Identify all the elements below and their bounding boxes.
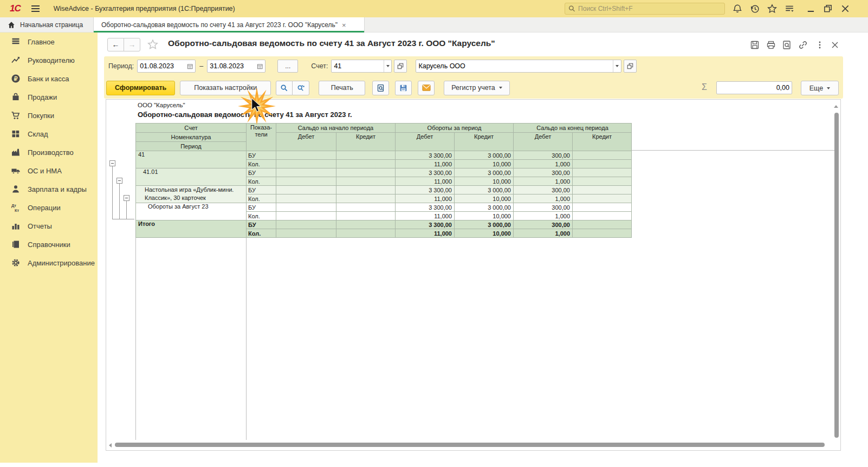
organization-open-button[interactable] [624, 60, 637, 73]
total-cell[interactable]: Итого [136, 220, 247, 238]
sidebar-item-otchety[interactable]: Отчеты [0, 217, 98, 235]
restore-icon[interactable] [823, 4, 833, 14]
account-input[interactable] [334, 62, 384, 70]
cell[interactable]: БУ [247, 220, 276, 229]
cell[interactable]: 11,000 [396, 229, 455, 238]
cell[interactable]: 1,000 [514, 177, 573, 186]
organization-input[interactable] [418, 62, 613, 70]
cell[interactable] [336, 177, 396, 186]
organization-dropdown[interactable] [613, 60, 621, 72]
cell[interactable] [573, 194, 632, 203]
cell[interactable]: Кол. [247, 229, 276, 238]
cell[interactable] [276, 203, 336, 212]
save-icon[interactable] [750, 40, 760, 50]
save-result-button[interactable] [395, 81, 412, 95]
register-button[interactable]: Регистр учета [444, 81, 510, 95]
back-button[interactable]: ← [107, 38, 124, 51]
sidebar-item-prodazhi[interactable]: Продажи [0, 88, 98, 106]
search-input[interactable] [578, 5, 721, 12]
print-preview-button[interactable] [372, 81, 389, 95]
cell[interactable]: Кол. [247, 194, 276, 203]
find-next-button[interactable] [293, 81, 309, 95]
sidebar-item-glavnoe[interactable]: Главное [0, 33, 98, 51]
cell[interactable] [276, 177, 336, 186]
more-dots-icon[interactable] [815, 40, 825, 50]
scroll-left-arrow-icon[interactable] [109, 443, 112, 447]
sidebar-item-administrirovanie[interactable]: Администрирование [0, 254, 98, 272]
cell[interactable]: БУ [247, 151, 276, 160]
cell[interactable]: 3 000,00 [455, 151, 514, 160]
account-dropdown[interactable] [384, 60, 391, 72]
cell[interactable] [276, 212, 336, 220]
period-options-button[interactable]: ... [277, 60, 298, 73]
cell[interactable]: БУ [247, 186, 276, 194]
cell[interactable] [336, 151, 396, 160]
cell[interactable] [336, 220, 396, 229]
date-from-field[interactable] [137, 60, 196, 73]
cell[interactable]: 3 000,00 [455, 203, 514, 212]
cell[interactable] [276, 151, 336, 160]
favorite-star-icon[interactable] [147, 39, 158, 50]
date-to-field[interactable] [207, 60, 265, 73]
sidebar-item-spravochniki[interactable]: Справочники [0, 235, 98, 254]
cell[interactable]: 300,00 [514, 151, 573, 160]
cell[interactable]: 3 000,00 [455, 186, 514, 194]
cell[interactable]: БУ [247, 168, 276, 177]
collapse-group-icon[interactable] [116, 178, 122, 184]
global-search[interactable] [565, 3, 725, 15]
sum-input[interactable] [719, 84, 789, 92]
cell[interactable] [573, 186, 632, 194]
cell[interactable]: 10,000 [455, 212, 514, 220]
cell[interactable] [276, 186, 336, 194]
scroll-up-arrow-icon[interactable] [834, 105, 838, 108]
bell-icon[interactable] [733, 4, 742, 14]
sidebar-item-os-nma[interactable]: ОС и НМА [0, 161, 98, 180]
account-group-cell[interactable]: 41.01 [136, 168, 247, 186]
cell[interactable]: 3 300,00 [396, 168, 455, 177]
cell[interactable] [276, 229, 336, 238]
forward-button[interactable]: → [124, 38, 140, 51]
sidebar-item-operacii[interactable]: ДтКт Операции [0, 198, 98, 217]
history-icon[interactable] [750, 4, 760, 14]
sidebar-item-pokupki[interactable]: Покупки [0, 106, 98, 125]
cell[interactable]: 10,000 [455, 177, 514, 186]
sidebar-item-bank-kassa[interactable]: ₽ Банк и касса [0, 69, 98, 88]
cell[interactable] [573, 168, 632, 177]
calendar-icon[interactable] [187, 63, 193, 70]
period-turnover-cell[interactable]: Обороты за Август 23 [136, 203, 247, 220]
account-open-button[interactable] [394, 60, 407, 73]
generate-button[interactable]: Сформировать [106, 81, 175, 95]
cell[interactable]: 3 300,00 [396, 151, 455, 160]
organization-field[interactable] [416, 60, 621, 73]
horizontal-scrollbar[interactable] [115, 443, 825, 447]
cell[interactable] [336, 194, 396, 203]
more-button[interactable]: Еще [801, 81, 839, 95]
send-mail-button[interactable] [418, 81, 435, 95]
cell[interactable]: 1,000 [514, 229, 573, 238]
service-menu-icon[interactable] [785, 4, 794, 14]
cell[interactable] [276, 194, 336, 203]
cell[interactable]: 3 300,00 [396, 220, 455, 229]
star-icon[interactable] [767, 4, 777, 14]
cell[interactable] [573, 151, 632, 160]
cell[interactable] [336, 186, 396, 194]
cell[interactable] [573, 203, 632, 212]
cell[interactable]: 3 300,00 [396, 186, 455, 194]
cell[interactable]: 300,00 [514, 186, 573, 194]
cell[interactable]: 300,00 [514, 168, 573, 177]
nomenclature-cell[interactable]: Настольная игра «Дублик-мини. Классик», … [136, 186, 247, 203]
cell[interactable]: 10,000 [455, 160, 514, 168]
cell[interactable] [573, 177, 632, 186]
cell[interactable]: 11,000 [396, 177, 455, 186]
cell[interactable]: 11,000 [396, 160, 455, 168]
close-window-icon[interactable] [840, 4, 850, 14]
cell[interactable]: 300,00 [514, 203, 573, 212]
cell[interactable]: 11,000 [396, 212, 455, 220]
cell[interactable] [336, 160, 396, 168]
close-report-icon[interactable] [830, 40, 840, 50]
tab-report[interactable]: Оборотно-сальдовая ведомость по счету 41… [94, 17, 365, 33]
sidebar-item-sklad[interactable]: Склад [0, 125, 98, 143]
cell[interactable]: Кол. [247, 177, 276, 186]
sum-field[interactable] [716, 81, 792, 94]
cell[interactable] [336, 229, 396, 238]
